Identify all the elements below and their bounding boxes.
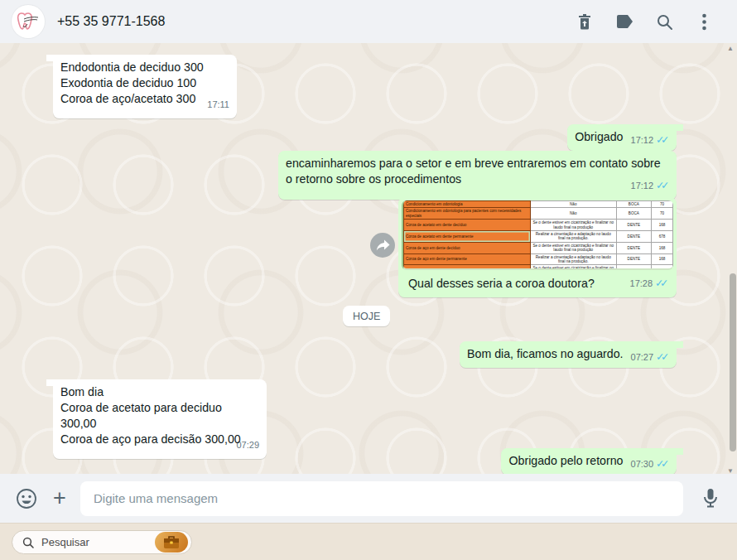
message-input[interactable] [80,481,683,516]
image-message-bubble[interactable]: Condicionamento em odontologiaNãoBOCA70 … [398,197,677,297]
message-line: Coroa de aço/acetato 300 [60,91,229,107]
message-time: 17:12✓✓ [631,133,669,148]
message-time: 17:28✓✓ [619,276,668,292]
forward-arrow-icon [376,239,390,252]
search-icon[interactable] [654,12,674,31]
message-composer: + [0,474,737,523]
message-line: Endodontia de deciduo 300 [60,60,229,75]
message-bubble[interactable]: encaminharemos para o setor e em breve e… [278,151,677,200]
date-divider: HOJE [343,306,390,326]
image-caption: Qual desses seria a coroa doutora? [408,276,595,292]
emoji-icon[interactable] [14,486,39,511]
message-bubble[interactable]: Bom dia, ficamos no aguardo.07:27✓✓ [460,341,677,368]
message-line: Bom dia [60,384,259,400]
microphone-icon[interactable] [698,486,723,511]
header-actions [575,12,725,31]
scrollbar-thumb[interactable] [730,273,736,451]
kebab-menu-icon[interactable] [694,12,714,31]
message-bubble[interactable]: Endodontia de deciduo 300 Exodontia de d… [53,55,237,118]
double-check-icon: ✓✓ [656,181,669,191]
double-check-icon: ✓✓ [656,459,669,470]
message-text: Obrigado [575,130,623,143]
forward-message-button[interactable] [370,233,395,258]
attached-table-image[interactable]: Condicionamento em odontologiaNãoBOCA70 … [402,200,673,270]
message-text: encaminharemos para o setor e em breve e… [286,157,661,186]
message-line: Coroa de aço para decisão 300,00 [60,432,259,447]
contact-avatar[interactable] [12,5,45,38]
message-time: 17:12✓✓ [631,178,669,194]
windows-taskbar: Pesquisar T [0,523,737,560]
label-icon[interactable] [614,12,634,31]
message-bubble[interactable]: Bom dia Coroa de acetato para deciduo 30… [53,379,267,459]
message-time: 07:27✓✓ [631,350,669,365]
trash-delete-icon[interactable] [575,12,595,31]
chat-header: +55 35 9771-1568 [0,0,737,43]
search-highlight-briefcase-icon [155,532,188,553]
price-table: Condicionamento em odontologiaNãoBOCA70 … [403,200,673,270]
taskbar-search-box[interactable]: Pesquisar [12,530,192,554]
search-icon [22,537,34,548]
double-check-icon: ✓✓ [655,278,668,289]
chat-title[interactable]: +55 35 9771-1568 [57,14,165,29]
scroll-up-arrow-icon[interactable]: ▲ [727,46,734,52]
message-text: Bom dia, ficamos no aguardo. [467,347,623,360]
message-bubble[interactable]: Obrigado17:12✓✓ [567,124,677,151]
message-time: 17:11 [207,97,229,113]
double-check-icon: ✓✓ [656,352,669,363]
message-text: Obrigado pelo retorno [508,454,623,467]
message-bubble[interactable]: Obrigado pelo retorno07:30✓✓ [501,448,677,474]
message-line: Coroa de acetato para deciduo 300,00 [60,400,259,432]
message-line: Exodontia de deciduo 100 [60,75,229,91]
chat-area: Endodontia de deciduo 300 Exodontia de d… [0,43,737,474]
attach-plus-icon[interactable]: + [47,486,72,511]
whatsapp-window: +55 35 9771-1568 [0,0,737,560]
scroll-down-arrow-icon[interactable]: ▼ [727,468,734,474]
search-label: Pesquisar [41,536,155,548]
tooth-logo-icon [14,7,42,36]
double-check-icon: ✓✓ [656,135,669,146]
message-time: 07:30✓✓ [631,456,669,472]
